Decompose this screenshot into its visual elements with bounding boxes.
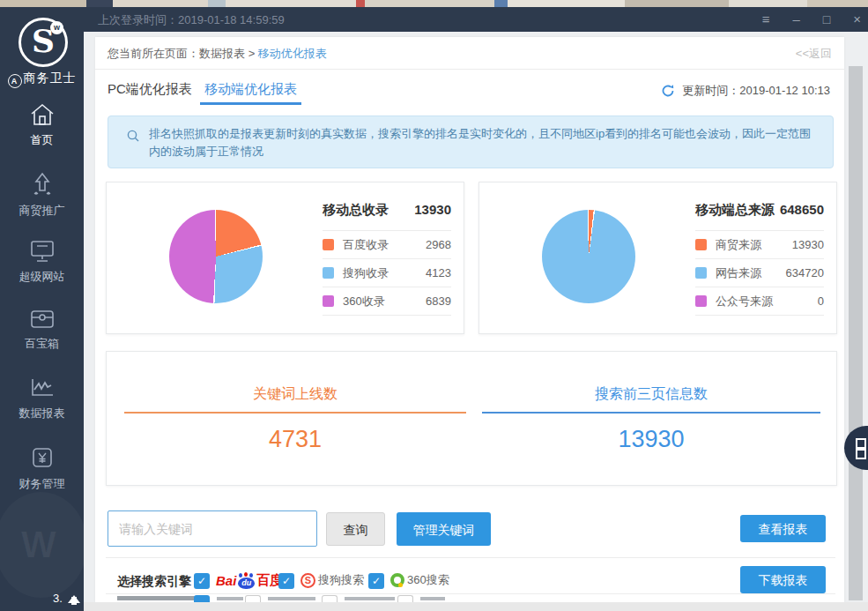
breadcrumb-current: 移动优化报表	[258, 47, 327, 60]
divider	[95, 69, 844, 70]
sidebar-item-website[interactable]: 超级网站	[0, 239, 84, 285]
breadcrumb-section[interactable]: 数据报表	[199, 47, 245, 60]
app-window: S w A商务卫士 首页 商贸推广 超级网站	[0, 0, 868, 611]
menu-icon[interactable]: ≡	[762, 7, 770, 32]
qr-code-icon	[856, 438, 868, 458]
legend: 移动总收录 13930 百度收录 2968 搜狗收录 4123 360收录 68…	[323, 202, 451, 316]
active-tab-underline	[200, 102, 301, 105]
legend-row: 百度收录 2968	[323, 231, 451, 259]
legend-row: 公众号来源 0	[695, 287, 824, 316]
app-logo-icon: S w	[19, 18, 68, 67]
legend-row: 商贸来源 13930	[695, 231, 824, 259]
swatch-webad	[695, 267, 707, 279]
sidebar-item-toolbox[interactable]: 百宝箱	[0, 308, 84, 352]
version-label: 3.	[53, 592, 63, 605]
engine-baidu: Bai du 百度	[216, 572, 283, 589]
magnifier-icon	[126, 129, 140, 143]
window-bottom-edge	[84, 602, 868, 611]
stat-value-top3-pages: 13930	[475, 426, 827, 453]
upgrade-arrow-icon	[66, 589, 82, 607]
swatch-wechat	[695, 295, 707, 307]
clipped-option-row	[95, 595, 825, 602]
tab-pc-report[interactable]: PC端优化报表	[108, 81, 192, 98]
legend-row: 网告来源 634720	[695, 259, 824, 287]
titlebar: 上次登录时间：2019-01-18 14:59:59 ≡ – □ ×	[84, 7, 868, 32]
update-time: 更新时间：2019-01-12 10:13	[682, 83, 830, 99]
last-login-time: 上次登录时间：2019-01-18 14:59:59	[98, 12, 285, 28]
legend-title: 移动总收录	[323, 202, 389, 219]
legend-total: 648650	[780, 202, 824, 219]
clipped-row-label	[117, 596, 195, 600]
clipped-checkbox[interactable]	[397, 595, 413, 602]
swatch-baidu	[323, 239, 334, 250]
version-upgrade[interactable]: 3.	[53, 589, 82, 607]
brand-shield-icon: A	[8, 74, 22, 88]
stat-title-keywords-online: 关键词上线数	[119, 385, 471, 404]
engine-select-label: 选择搜索引擎	[117, 574, 191, 590]
checkbox-baidu[interactable]: ✓	[194, 573, 210, 589]
card-mobile-index: 移动总收录 13930 百度收录 2968 搜狗收录 4123 360收录 68…	[106, 182, 464, 334]
sidebar-item-home[interactable]: 首页	[0, 102, 84, 148]
minimize-icon[interactable]: –	[792, 7, 799, 32]
breadcrumb: 您当前所在页面：数据报表 > 移动优化报表	[108, 46, 327, 62]
pie-chart-mobile-index	[169, 210, 263, 303]
360-logo-icon	[390, 573, 404, 587]
clipped-checkbox[interactable]	[322, 595, 338, 602]
background-window-sliver	[0, 0, 868, 7]
sogou-logo-icon: S	[300, 573, 315, 588]
sidebar-item-finance[interactable]: 财务管理	[0, 444, 84, 492]
monitor-icon	[28, 239, 56, 264]
maximize-icon[interactable]: □	[823, 7, 830, 32]
card-mobile-sources: 移动端总来源 648650 商贸来源 13930 网告来源 634720 公众号…	[479, 182, 837, 334]
scrollbar-thumb[interactable]	[849, 66, 863, 600]
notice-banner: 排名快照抓取的是报表更新时刻的真实数据，搜索引擎的排名是实时变化的，且不同地区i…	[108, 115, 834, 168]
manage-keywords-button[interactable]: 管理关键词	[397, 512, 491, 546]
sidebar: S w A商务卫士 首页 商贸推广 超级网站	[0, 7, 84, 611]
divider	[106, 593, 835, 594]
stat-underline-orange	[124, 412, 466, 414]
query-button[interactable]: 查询	[326, 512, 385, 546]
promotion-arrows-icon	[29, 171, 56, 197]
sidebar-item-promotion[interactable]: 商贸推广	[0, 171, 84, 219]
stat-title-top3-pages: 搜索前三页信息数	[475, 385, 827, 404]
brand-name: 商务卫士	[24, 71, 77, 85]
legend-title: 移动端总来源	[695, 202, 775, 219]
card-keyword-stats: 关键词上线数 搜索前三页信息数 4731 13930	[106, 351, 837, 486]
legend-total: 13930	[414, 202, 451, 219]
stat-underline-blue	[482, 412, 820, 414]
notice-text: 排名快照抓取的是报表更新时刻的真实数据，搜索引擎的排名是实时变化的，且不同地区i…	[149, 125, 819, 160]
swatch-sogou	[323, 267, 334, 279]
checkbox-360[interactable]: ✓	[368, 573, 384, 589]
swatch-360	[323, 295, 334, 307]
stat-value-keywords-online: 4731	[119, 426, 471, 453]
sidebar-item-reports[interactable]: 数据报表	[0, 376, 84, 421]
clipped-checkbox[interactable]	[245, 595, 261, 602]
back-link[interactable]: <<返回	[796, 46, 832, 62]
legend-row: 搜狗收录 4123	[323, 259, 451, 287]
download-report-button[interactable]: 下载报表	[740, 566, 826, 593]
engine-sogou: S 搜狗搜索	[300, 572, 364, 588]
engine-360: 360搜索	[390, 572, 449, 588]
finance-icon	[29, 444, 56, 471]
pie-chart-mobile-sources	[542, 210, 635, 303]
keyword-input[interactable]	[108, 510, 317, 547]
view-report-button[interactable]: 查看报表	[740, 515, 826, 542]
refresh-icon[interactable]	[661, 84, 675, 98]
main-panel: 您当前所在页面：数据报表 > 移动优化报表 <<返回 PC端优化报表 移动端优化…	[95, 37, 844, 602]
brand: A商务卫士	[0, 71, 84, 88]
clipped-checkbox[interactable]	[194, 595, 210, 602]
swatch-business	[695, 239, 707, 250]
report-chart-icon	[28, 376, 56, 400]
legend: 移动端总来源 648650 商贸来源 13930 网告来源 634720 公众号…	[695, 202, 824, 316]
toolbox-icon	[28, 308, 56, 331]
baidu-paw-icon: du	[237, 572, 256, 589]
update-time-row: 更新时间：2019-01-12 10:13	[661, 83, 830, 99]
close-icon[interactable]: ×	[853, 7, 861, 32]
baidu-logo-text: Bai	[216, 573, 236, 588]
divider	[106, 557, 835, 558]
legend-row: 360收录 6839	[323, 287, 451, 316]
checkbox-sogou[interactable]: ✓	[278, 573, 294, 589]
tab-mobile-report[interactable]: 移动端优化报表	[204, 81, 297, 98]
home-icon	[29, 102, 56, 127]
watermark-shield: W	[0, 492, 87, 598]
